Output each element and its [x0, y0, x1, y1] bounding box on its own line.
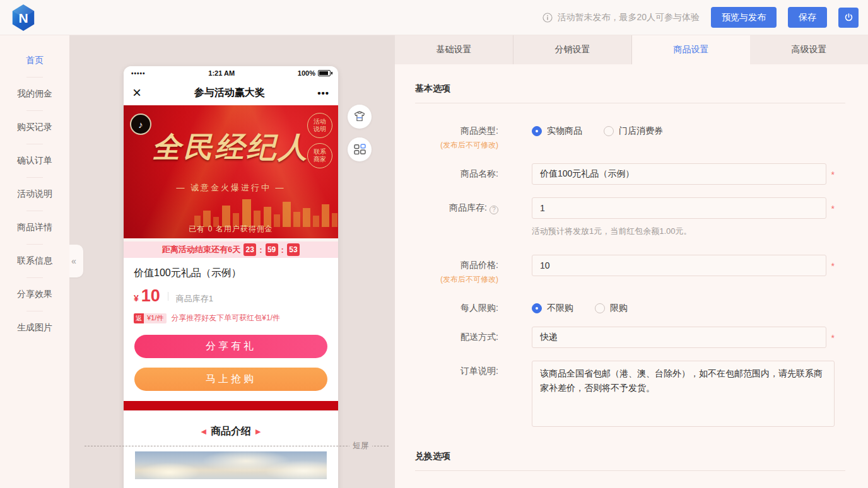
- radio-store-coupon[interactable]: 门店消费券: [604, 125, 663, 137]
- product-intro-image: [135, 451, 327, 479]
- banner-title: 全民经纪人: [124, 128, 338, 167]
- product-price-input[interactable]: [532, 255, 826, 276]
- chevron-double-left-icon: «: [71, 256, 76, 266]
- field-delivery-method: 配送方式: *: [415, 327, 845, 348]
- short-screen-guide-line: [85, 446, 389, 446]
- power-button[interactable]: [838, 8, 859, 28]
- sidebar-item-product-detail[interactable]: 商品详情: [0, 211, 69, 244]
- sidebar-item-activity-note[interactable]: 活动说明: [0, 178, 69, 211]
- radio-icon: [532, 126, 542, 136]
- battery-percent: 100%: [298, 69, 315, 77]
- preview-publish-button[interactable]: 预览与发布: [711, 7, 777, 28]
- theme-style-button[interactable]: [348, 105, 372, 129]
- settings-tabs: 基础设置 分销设置 商品设置 高级设置: [395, 35, 868, 64]
- product-name-input[interactable]: [532, 163, 826, 185]
- product-stock-input[interactable]: [532, 197, 826, 219]
- section-divider-bar: [124, 401, 338, 410]
- product-price: 10: [141, 288, 160, 305]
- radio-limit[interactable]: 限购: [595, 303, 628, 314]
- radio-no-limit[interactable]: 不限购: [532, 303, 573, 314]
- music-icon[interactable]: ♪: [130, 113, 151, 135]
- signal-dots-icon: •••••: [131, 70, 146, 77]
- tab-product-settings[interactable]: 商品设置: [632, 35, 750, 64]
- skyline-graphic: [193, 194, 338, 227]
- field-order-note: 订单说明: 该商品全国省包邮（港、澳、台除外），如不在包邮范围内，请先联系商家补…: [415, 361, 845, 429]
- required-marker: *: [831, 197, 835, 219]
- tab-advanced-settings[interactable]: 高级设置: [750, 35, 868, 64]
- phone-page-title: 参与活动赢大奖: [141, 86, 317, 100]
- battery-icon: [318, 70, 331, 76]
- tshirt-icon: [353, 110, 367, 124]
- countdown-hours: 23: [243, 243, 256, 256]
- field-label: 每人限购:: [415, 303, 498, 314]
- activity-note-badge[interactable]: 活动 说明: [307, 113, 332, 138]
- sidebar-item-purchase-record[interactable]: 购买记录: [0, 111, 69, 144]
- countdown-seconds: 53: [287, 243, 300, 256]
- sidebar-item-commission[interactable]: 我的佣金: [0, 78, 69, 110]
- field-label: 商品库存:: [449, 202, 487, 212]
- field-note: (发布后不可修改): [415, 274, 498, 285]
- product-name: 价值100元礼品（示例）: [134, 267, 328, 280]
- share-gift-button[interactable]: 分享有礼: [134, 335, 327, 358]
- radio-icon: [604, 126, 614, 136]
- field-purchase-limit: 每人限购: 不限购 限购: [415, 298, 845, 314]
- sidebar: 首页 我的佣金 购买记录 确认订单 活动说明 商品详情 联系信息 分享效果 生成…: [0, 35, 69, 488]
- activity-banner: ♪ 活动 说明 联系 商家 全民经纪人 — 诚意金火爆进行中 —: [124, 105, 338, 238]
- phone-statusbar: ••••• 1:21 AM 100%: [124, 66, 338, 80]
- publish-status-text: 活动暂未发布，最多20人可参与体验: [557, 12, 700, 23]
- sidebar-collapse-handle[interactable]: «: [69, 245, 83, 277]
- phone-navbar: × 参与活动赢大奖 •••: [124, 80, 338, 105]
- contact-merchant-badge[interactable]: 联系 商家: [307, 143, 332, 168]
- countdown-text: 距离活动结束还有6天: [162, 244, 240, 255]
- help-icon[interactable]: ?: [490, 206, 498, 214]
- section-basic-options: 基本选项: [415, 83, 845, 95]
- radio-physical-product[interactable]: 实物商品: [532, 125, 582, 137]
- product-stock: 商品库存1: [176, 293, 213, 305]
- intro-title: 商品介绍: [211, 425, 251, 438]
- info-icon: [542, 13, 553, 23]
- field-label: 订单说明:: [415, 366, 498, 377]
- field-product-type: 商品类型: (发布后不可修改) 实物商品 门店消费券: [415, 120, 845, 151]
- banner-subtitle: — 诚意金火爆进行中 —: [124, 182, 338, 194]
- sidebar-item-generate-image[interactable]: 生成图片: [0, 311, 69, 344]
- statusbar-time: 1:21 AM: [146, 69, 298, 77]
- sidebar-item-contact-info[interactable]: 联系信息: [0, 245, 69, 277]
- more-menu-icon[interactable]: •••: [317, 88, 329, 98]
- tab-distribution-settings[interactable]: 分销设置: [513, 35, 632, 64]
- power-icon: [843, 12, 854, 23]
- field-product-stock: 商品库存:? * 活动预计将发放1元，当前红包余额1.00元。: [415, 197, 845, 237]
- close-icon[interactable]: ×: [132, 85, 141, 100]
- radio-icon: [532, 303, 542, 313]
- sidebar-item-share-effect[interactable]: 分享效果: [0, 278, 69, 311]
- sidebar-item-confirm-order[interactable]: 确认订单: [0, 144, 69, 177]
- required-marker: *: [831, 163, 835, 180]
- rebate-amount: ¥1/件: [144, 313, 167, 323]
- phone-preview: ••••• 1:21 AM 100% × 参与活动赢大奖 ••• ♪ 活动 说明…: [124, 66, 338, 488]
- rebate-tag: 返: [134, 313, 144, 323]
- layout-components-button[interactable]: [348, 137, 372, 161]
- product-card: 价值100元礼品（示例） ¥ 10 商品库存1 返 ¥1/件 分享推荐好友下单可…: [124, 258, 338, 334]
- action-buttons: 分享有礼 马上抢购: [124, 334, 338, 401]
- app-logo-icon: N: [10, 4, 37, 32]
- buy-now-button[interactable]: 马上抢购: [134, 368, 327, 391]
- field-label: 商品类型:: [415, 125, 498, 137]
- save-button[interactable]: 保存: [788, 7, 827, 28]
- countdown-minutes: 59: [266, 243, 278, 256]
- product-intro-section: ◀ 商品介绍 ▶: [124, 410, 338, 488]
- required-marker: *: [831, 255, 835, 271]
- delivery-method-input[interactable]: [532, 327, 826, 348]
- required-marker: *: [831, 327, 835, 343]
- section-divider: [415, 103, 845, 103]
- settings-panel: 基础设置 分销设置 商品设置 高级设置 基本选项 商品类型: (发布后不可修改)…: [395, 35, 868, 488]
- order-note-textarea[interactable]: 该商品全国省包邮（港、澳、台除外），如不在包邮范围内，请先联系商家补差价，否则将…: [532, 361, 835, 427]
- section-exchange-options: 兑换选项: [415, 451, 845, 462]
- tab-basic-settings[interactable]: 基础设置: [395, 35, 513, 64]
- sidebar-item-home[interactable]: 首页: [0, 44, 69, 77]
- field-exchange-mode: 兑换方式:? (发布后不可修改) 线下配送 线上兑换: [415, 484, 845, 488]
- countdown-bar: 距离活动结束还有6天 23 : 59 : 53: [124, 241, 338, 258]
- banner-stats: 已有 0 名用户获得佣金: [124, 224, 338, 235]
- field-product-name: 商品名称: *: [415, 163, 845, 185]
- divider: [168, 292, 168, 301]
- field-note: (发布后不可修改): [415, 140, 498, 151]
- grid-icon: [353, 143, 367, 156]
